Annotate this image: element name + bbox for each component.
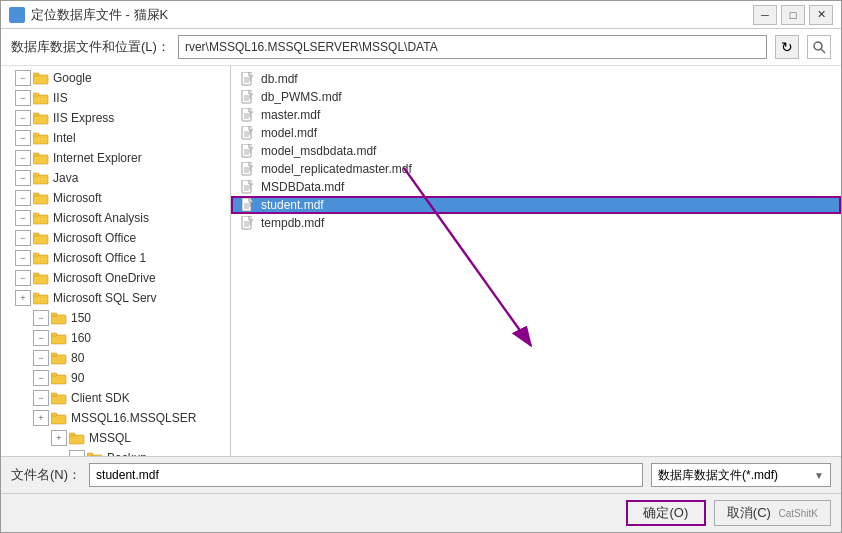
svg-rect-28 (51, 335, 66, 344)
file-item-db-pwms-mdf[interactable]: db_PWMS.mdf (231, 88, 841, 106)
file-filter-dropdown[interactable]: 数据库数据文件(*.mdf) ▼ (651, 463, 831, 487)
tree-item-160[interactable]: − 160 (1, 328, 230, 348)
folder-icon (33, 132, 49, 145)
tree-item-label: Microsoft Office 1 (53, 251, 146, 265)
file-item-tempdb-mdf[interactable]: tempdb.mdf (231, 214, 841, 232)
tree-item-java[interactable]: − Java (1, 168, 230, 188)
tree-expander[interactable]: − (15, 90, 31, 106)
file-item-model-msdbdata-mdf[interactable]: model_msdbdata.mdf (231, 142, 841, 160)
tree-item-90[interactable]: − 90 (1, 368, 230, 388)
tree-item-client-sdk[interactable]: − Client SDK (1, 388, 230, 408)
svg-rect-9 (33, 133, 39, 136)
tree-item-150[interactable]: − 150 (1, 308, 230, 328)
svg-rect-11 (33, 153, 39, 156)
folder-icon (33, 272, 49, 285)
tree-expander[interactable]: − (15, 150, 31, 166)
app-icon (9, 7, 25, 23)
search-button[interactable] (807, 35, 831, 59)
svg-rect-4 (33, 95, 48, 104)
tree-expander[interactable]: − (15, 230, 31, 246)
svg-rect-22 (33, 275, 48, 284)
tree-expander[interactable]: − (33, 390, 49, 406)
svg-rect-17 (33, 213, 39, 216)
file-label: model.mdf (261, 126, 317, 140)
svg-line-1 (821, 49, 825, 53)
svg-rect-34 (51, 395, 66, 404)
tree-expander[interactable]: − (15, 190, 31, 206)
svg-rect-39 (69, 433, 75, 436)
tree-item-label: 150 (71, 311, 91, 325)
tree-item-google[interactable]: − Google (1, 68, 230, 88)
tree-item-microsoft[interactable]: − Microsoft (1, 188, 230, 208)
tree-expander[interactable]: + (51, 430, 67, 446)
file-label: db_PWMS.mdf (261, 90, 342, 104)
tree-item-iis[interactable]: − IIS (1, 88, 230, 108)
tree-expander[interactable]: − (15, 70, 31, 86)
tree-item-label: MSSQL16.MSSQLSER (71, 411, 196, 425)
cancel-button[interactable]: 取消(C) CatShitK (714, 500, 831, 526)
file-item-model-mdf[interactable]: model.mdf (231, 124, 841, 142)
left-tree-panel[interactable]: − Google− IIS− IIS Express− Intel− Inter… (1, 66, 231, 456)
path-input[interactable] (178, 35, 767, 59)
file-icon (241, 90, 255, 104)
tree-item-mssql[interactable]: + MSSQL (1, 428, 230, 448)
tree-item-80[interactable]: − 80 (1, 348, 230, 368)
svg-rect-30 (51, 355, 66, 364)
tree-item-microsoft-sql-serv[interactable]: + Microsoft SQL Serv (1, 288, 230, 308)
tree-item-intel[interactable]: − Intel (1, 128, 230, 148)
tree-item-mssql16[interactable]: + MSSQL16.MSSQLSER (1, 408, 230, 428)
refresh-button[interactable]: ↻ (775, 35, 799, 59)
tree-expander[interactable]: + (33, 410, 49, 426)
svg-rect-36 (51, 415, 66, 424)
confirm-button[interactable]: 确定(O) (626, 500, 706, 526)
file-item-model-replicated-mdf[interactable]: model_replicatedmaster.mdf (231, 160, 841, 178)
tree-item-label: Microsoft Office (53, 231, 136, 245)
file-item-msdbdata-mdf[interactable]: MSDBData.mdf (231, 178, 841, 196)
file-item-db-mdf[interactable]: db.mdf (231, 70, 841, 88)
filename-bar: 文件名(N)： 数据库数据文件(*.mdf) ▼ (1, 456, 841, 493)
svg-rect-24 (33, 295, 48, 304)
folder-icon (33, 212, 49, 225)
file-item-master-mdf[interactable]: master.mdf (231, 106, 841, 124)
folder-icon (33, 112, 49, 125)
tree-expander[interactable]: − (15, 170, 31, 186)
svg-rect-16 (33, 215, 48, 224)
tree-item-microsoft-onedrive[interactable]: − Microsoft OneDrive (1, 268, 230, 288)
filename-input[interactable] (89, 463, 643, 487)
svg-rect-10 (33, 155, 48, 164)
tree-item-microsoft-analysis[interactable]: − Microsoft Analysis (1, 208, 230, 228)
file-label: model_msdbdata.mdf (261, 144, 376, 158)
svg-rect-35 (51, 393, 57, 396)
svg-rect-18 (33, 235, 48, 244)
tree-item-microsoft-office-1[interactable]: − Microsoft Office 1 (1, 248, 230, 268)
tree-item-iis-express[interactable]: − IIS Express (1, 108, 230, 128)
folder-icon (51, 352, 67, 365)
svg-rect-14 (33, 195, 48, 204)
window-title: 定位数据库文件 - 猫屎K (31, 6, 168, 24)
tree-expander[interactable]: − (33, 370, 49, 386)
tree-expander[interactable]: − (33, 330, 49, 346)
folder-icon (51, 332, 67, 345)
tree-item-backup[interactable]: − Backup (1, 448, 230, 456)
tree-expander[interactable]: − (15, 110, 31, 126)
tree-expander[interactable]: − (15, 210, 31, 226)
path-label: 数据库数据文件和位置(L)： (11, 38, 170, 56)
tree-item-internet-explorer[interactable]: − Internet Explorer (1, 148, 230, 168)
file-item-student-mdf[interactable]: student.mdf (231, 196, 841, 214)
tree-expander[interactable]: − (15, 250, 31, 266)
tree-item-label: Microsoft Analysis (53, 211, 149, 225)
tree-item-microsoft-office[interactable]: − Microsoft Office (1, 228, 230, 248)
filename-label: 文件名(N)： (11, 466, 81, 484)
maximize-button[interactable]: □ (781, 5, 805, 25)
right-file-panel[interactable]: db.mdf db_PWMS.mdf master.mdf model.mdf … (231, 66, 841, 456)
tree-expander[interactable]: + (15, 290, 31, 306)
tree-expander[interactable]: − (15, 270, 31, 286)
tree-item-label: Google (53, 71, 92, 85)
file-icon (241, 198, 255, 212)
tree-expander[interactable]: − (33, 310, 49, 326)
minimize-button[interactable]: ─ (753, 5, 777, 25)
close-button[interactable]: ✕ (809, 5, 833, 25)
main-window: 定位数据库文件 - 猫屎K ─ □ ✕ 数据库数据文件和位置(L)： ↻ − G… (0, 0, 842, 533)
tree-expander[interactable]: − (33, 350, 49, 366)
tree-expander[interactable]: − (15, 130, 31, 146)
